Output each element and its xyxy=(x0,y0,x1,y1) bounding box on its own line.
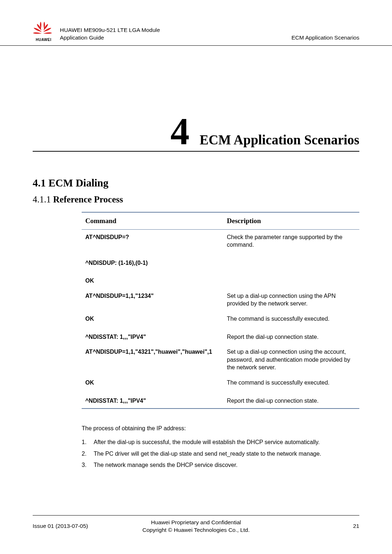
section: 4.1 ECM Dialing 4.1.1 Reference Process … xyxy=(33,177,359,469)
process-intro: The process of obtaining the IP address: xyxy=(82,425,359,432)
desc-cell: The command is successfully executed. xyxy=(223,311,359,327)
list-number: 3. xyxy=(82,461,94,469)
cmd-cell: OK xyxy=(82,375,223,390)
cmd-cell: AT^NDISDUP=1,1,"1234" xyxy=(82,288,223,311)
doc-title-line2: Application Guide xyxy=(60,34,291,42)
th-command: Command xyxy=(82,212,223,230)
huawei-logo-icon xyxy=(33,22,52,37)
list-text: The network manage sends the DHCP servic… xyxy=(94,461,327,469)
footer-issue: Issue 01 (2013-07-05) xyxy=(33,523,114,529)
desc-cell: Set up a dial-up connection using the AP… xyxy=(223,288,359,311)
cmd-cell: AT^NDISDUP=1,1,"4321","huawei","huawei",… xyxy=(82,344,223,375)
section-heading: 4.1 ECM Dialing xyxy=(33,177,359,189)
table-row: ^NDISDUP: (1-16),(0-1) xyxy=(82,253,359,271)
header-section-name: ECM Application Scenarios xyxy=(291,34,359,42)
list-item: 3. The network manage sends the DHCP ser… xyxy=(82,461,327,469)
footer-center: Huawei Proprietary and Confidential Copy… xyxy=(114,518,278,534)
list-item: 1. After the dial-up is successful, the … xyxy=(82,438,327,446)
header-titles: HUAWEI ME909u-521 LTE LGA Module Applica… xyxy=(60,26,291,42)
table-row: ^NDISSTAT: 1,,,"IPV4" Report the dial-up… xyxy=(82,390,359,409)
table-row: OK The command is successfully executed. xyxy=(82,375,359,390)
subsection-heading: 4.1.1 Reference Process xyxy=(33,194,359,205)
process-list: 1. After the dial-up is successful, the … xyxy=(82,438,327,469)
subsection-number: 4.1.1 xyxy=(33,194,51,204)
cmd-cell: OK xyxy=(82,270,223,288)
list-text: The PC driver will get the dial-up state… xyxy=(94,450,327,458)
cmd-cell: AT^NDISDUP=? xyxy=(82,229,223,253)
subsection-title: Reference Process xyxy=(53,194,123,204)
table-row: AT^NDISDUP=? Check the parameter range s… xyxy=(82,229,359,253)
footer-copyright: Copyright © Huawei Technologies Co., Ltd… xyxy=(114,526,278,534)
table-row: AT^NDISDUP=1,1,"4321","huawei","huawei",… xyxy=(82,344,359,375)
list-number: 1. xyxy=(82,438,94,446)
desc-cell xyxy=(223,253,359,271)
page-header: HUAWEI HUAWEI ME909u-521 LTE LGA Module … xyxy=(0,0,392,46)
list-text: After the dial-up is successful, the mod… xyxy=(94,438,327,446)
table-row: AT^NDISDUP=1,1,"1234" Set up a dial-up c… xyxy=(82,288,359,311)
table-row: OK xyxy=(82,270,359,288)
logo: HUAWEI xyxy=(33,22,54,42)
doc-title-line1: HUAWEI ME909u-521 LTE LGA Module xyxy=(60,26,291,34)
desc-cell: Check the parameter range supported by t… xyxy=(223,229,359,253)
cmd-cell: ^NDISSTAT: 1,,,"IPV4" xyxy=(82,390,223,409)
desc-cell: The command is successfully executed. xyxy=(223,375,359,390)
th-description: Description xyxy=(223,212,359,230)
logo-text: HUAWEI xyxy=(33,38,54,42)
table-row: OK The command is successfully executed. xyxy=(82,311,359,327)
desc-cell: Set up a dial-up connection using the ac… xyxy=(223,344,359,375)
table-row: ^NDISSTAT: 1,,,"IPV4" Report the dial-up… xyxy=(82,327,359,345)
command-table: Command Description AT^NDISDUP=? Check t… xyxy=(82,212,359,409)
list-number: 2. xyxy=(82,450,94,458)
page-number: 21 xyxy=(278,523,359,529)
cmd-cell: ^NDISSTAT: 1,,,"IPV4" xyxy=(82,327,223,345)
cmd-cell: OK xyxy=(82,311,223,327)
chapter-heading: 4 ECM Application Scenarios xyxy=(33,115,359,152)
page-footer: Issue 01 (2013-07-05) Huawei Proprietary… xyxy=(33,515,359,534)
footer-proprietary: Huawei Proprietary and Confidential xyxy=(114,518,278,526)
desc-cell: Report the dial-up connection state. xyxy=(223,390,359,409)
chapter-title: ECM Application Scenarios xyxy=(200,132,359,148)
chapter-number: 4 xyxy=(171,115,190,149)
list-item: 2. The PC driver will get the dial-up st… xyxy=(82,450,327,458)
desc-cell: Report the dial-up connection state. xyxy=(223,327,359,345)
cmd-cell: ^NDISDUP: (1-16),(0-1) xyxy=(82,253,223,271)
desc-cell xyxy=(223,270,359,288)
